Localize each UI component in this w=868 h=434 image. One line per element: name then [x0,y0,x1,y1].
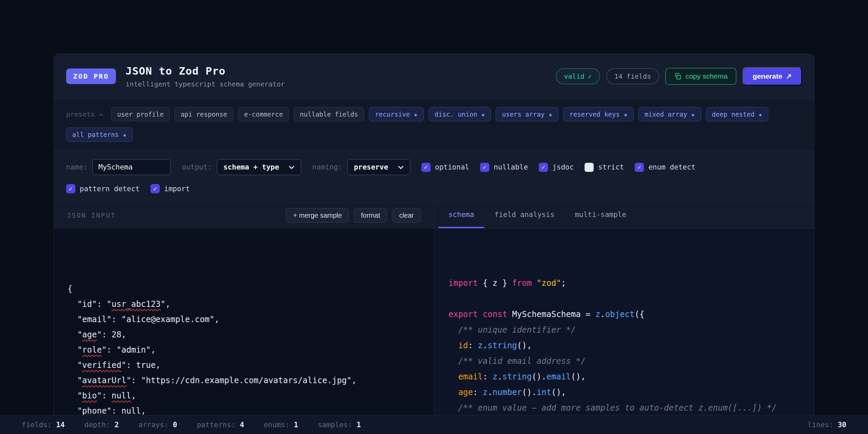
checkbox-label: strict [598,163,624,171]
checkbox-label: pattern detect [80,185,140,193]
preset-pill-api-response[interactable]: api response [175,107,233,121]
main-split: JSON INPUT + merge sample format clear {… [54,202,814,419]
checkbox-jsdoc[interactable]: ✓ jsdoc [539,163,574,172]
checkbox-label: enum detect [648,163,695,171]
checkbox-label: nullable [494,163,528,171]
preset-pill-e-commerce[interactable]: e-commerce [238,107,289,121]
valid-status-badge: valid ✓ [556,68,600,84]
merge-sample-button[interactable]: + merge sample [286,208,349,223]
status-value: 30 [838,421,846,429]
schema-output-viewer: import { z } from "zod"; export const My… [434,229,814,419]
checkbox-nullable[interactable]: ✓ nullable [480,163,528,172]
status-item-enums: enums: 1 [264,421,298,429]
checkbox-box: ✓ [151,184,160,193]
status-label: depth: [84,421,110,429]
status-value: 0 [173,421,177,429]
preset-pill-recursive[interactable]: recursive ★ [369,107,424,121]
status-value: 2 [115,421,119,429]
preset-pill-disc-union[interactable]: disc. union ★ [429,107,491,121]
json-editor-code: { "id": "usr_abc123", "email": "alice@ex… [67,281,420,419]
preset-pill-nullable-fields[interactable]: nullable fields [294,107,364,121]
presets-row-2: all patterns ★ [66,127,802,142]
status-item-arrays: arrays: 0 [138,421,177,429]
output-select-value: schema + type [223,163,279,171]
status-item-lines: lines: 30 [808,421,846,429]
page-subtitle: intelligent typescript schema generator [125,80,285,88]
check-icon: ✓ [637,164,641,170]
checkbox-label: import [164,185,190,193]
header-actions: valid ✓ 14 fields copy schema generate ↗ [556,67,802,85]
output-select[interactable]: schema + type [217,159,301,175]
preset-pill-mixed-array[interactable]: mixed array ★ [638,107,701,121]
checkbox-label: jsdoc [552,163,574,171]
name-field-group: name: [66,159,171,175]
status-bar: fields: 14 depth: 2 arrays: 0 patterns: … [0,415,868,434]
options-row-1: name: output: schema + type naming: pres… [66,159,802,175]
arrow-up-right-icon: ↗ [786,72,792,80]
copy-schema-label: copy schema [686,72,728,80]
status-item-samples: samples: 1 [318,421,361,429]
json-editor[interactable]: { "id": "usr_abc123", "email": "alice@ex… [54,229,434,419]
check-icon: ✓ [69,186,73,192]
naming-label: naming: [312,163,342,171]
format-button[interactable]: format [354,208,387,223]
checkbox-strict[interactable]: ✓ strict [585,163,624,172]
output-tabs: schema field analysis multi-sample [434,202,814,229]
check-icon: ✓ [541,164,545,170]
checkbox-box: ✓ [480,163,489,172]
preset-pill-users-array[interactable]: users array ★ [496,107,558,121]
status-value: 4 [240,421,244,429]
status-item-depth: depth: 2 [84,421,119,429]
naming-select-value: preserve [354,163,388,171]
preset-pill-reserved-keys[interactable]: reserved keys ★ [563,107,634,121]
output-label: output: [182,163,212,171]
name-label: name: [66,163,87,171]
status-label: samples: [318,421,352,429]
json-input-toolbar: JSON INPUT + merge sample format clear [54,202,434,229]
json-input-buttons: + merge sample format clear [286,208,421,223]
status-item-fields: fields: 14 [22,421,65,429]
status-label: patterns: [197,421,236,429]
schema-name-input[interactable] [92,159,171,175]
options-section: name: output: schema + type naming: pres… [54,150,814,202]
generate-button[interactable]: generate ↗ [743,67,802,85]
checkbox-optional[interactable]: ✓ optional [421,163,469,172]
checkbox-box: ✓ [585,163,594,172]
checkbox-pattern-detect[interactable]: ✓ pattern detect [66,184,140,193]
copy-icon [674,73,682,80]
preset-pill-deep-nested[interactable]: deep nested ★ [706,107,769,121]
presets-section: presets → user profile api response e-co… [54,99,814,150]
status-value: 14 [56,421,65,429]
schema-output-pane: schema field analysis multi-sample impor… [434,202,814,419]
check-icon: ✓ [483,164,487,170]
tab-schema[interactable]: schema [438,202,485,228]
status-label: fields: [22,421,52,429]
schema-code: import { z } from "zod"; export const My… [449,275,800,419]
clear-button[interactable]: clear [392,208,421,223]
checkbox-import[interactable]: ✓ import [151,184,190,193]
naming-select[interactable]: preserve [347,159,411,175]
app-window: ZOD PRO JSON to Zod Pro intelligent type… [54,54,814,419]
check-icon: ✓ [153,186,157,192]
checkbox-enum-detect[interactable]: ✓ enum detect [635,163,695,172]
tab-field-analysis[interactable]: field analysis [484,202,565,228]
options-row-2: ✓ pattern detect ✓ import [66,184,802,193]
preset-pill-user-profile[interactable]: user profile [111,107,170,121]
naming-field-group: naming: preserve [312,159,411,175]
output-field-group: output: schema + type [182,159,301,175]
preset-pill-all-patterns[interactable]: all patterns ★ [66,127,133,142]
generate-label: generate [753,72,783,80]
check-icon: ✓ [588,72,592,80]
tab-multi-sample[interactable]: multi-sample [565,202,636,228]
status-item-patterns: patterns: 4 [197,421,244,429]
presets-label: presets → [66,110,103,118]
checkbox-box: ✓ [635,163,644,172]
copy-schema-button[interactable]: copy schema [665,68,736,85]
json-input-title: JSON INPUT [67,212,116,219]
field-count-badge: 14 fields [606,68,659,84]
app-header: ZOD PRO JSON to Zod Pro intelligent type… [54,54,814,99]
checkbox-box: ✓ [539,163,548,172]
status-value: 1 [294,421,298,429]
page-title: JSON to Zod Pro [125,65,285,77]
check-icon: ✓ [424,164,428,170]
